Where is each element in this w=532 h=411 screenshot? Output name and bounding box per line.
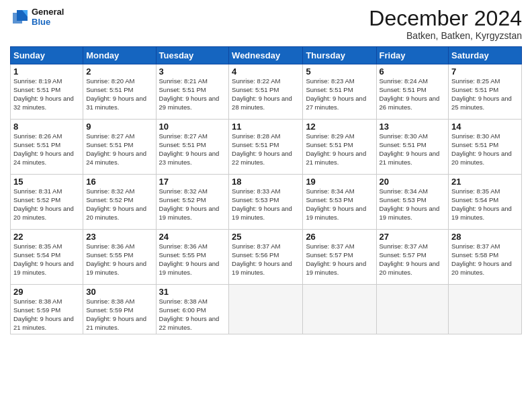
svg-marker-1 <box>13 13 22 24</box>
day-number: 25 <box>232 232 300 242</box>
table-row: 17Sunrise: 8:32 AMSunset: 5:52 PMDayligh… <box>156 175 229 230</box>
location: Batken, Batken, Kyrgyzstan <box>369 30 522 41</box>
table-row: 22Sunrise: 8:35 AMSunset: 5:54 PMDayligh… <box>11 230 83 285</box>
calendar-header-row: Sunday Monday Tuesday Wednesday Thursday… <box>11 47 522 64</box>
day-info: Sunrise: 8:33 AMSunset: 5:53 PMDaylight:… <box>232 187 300 222</box>
day-number: 28 <box>451 232 519 242</box>
day-number: 15 <box>13 177 80 187</box>
day-number: 1 <box>13 66 80 77</box>
day-info: Sunrise: 8:32 AMSunset: 5:52 PMDaylight:… <box>159 187 226 222</box>
col-monday: Monday <box>83 47 156 64</box>
calendar-week-row: 29Sunrise: 8:38 AMSunset: 5:59 PMDayligh… <box>11 285 522 334</box>
calendar-week-row: 8Sunrise: 8:26 AMSunset: 5:51 PMDaylight… <box>11 120 522 175</box>
day-number: 4 <box>232 66 300 77</box>
day-info: Sunrise: 8:36 AMSunset: 5:55 PMDaylight:… <box>86 242 152 277</box>
day-number: 21 <box>451 177 519 187</box>
day-info: Sunrise: 8:28 AMSunset: 5:51 PMDaylight:… <box>232 132 300 167</box>
day-number: 5 <box>306 66 373 77</box>
col-sunday: Sunday <box>11 47 83 64</box>
day-number: 9 <box>86 122 152 132</box>
table-row: 5Sunrise: 8:23 AMSunset: 5:51 PMDaylight… <box>303 64 376 120</box>
table-row <box>303 285 376 334</box>
day-number: 11 <box>232 122 300 132</box>
day-info: Sunrise: 8:19 AMSunset: 5:51 PMDaylight:… <box>13 77 80 111</box>
day-number: 31 <box>159 287 226 297</box>
table-row: 29Sunrise: 8:38 AMSunset: 5:59 PMDayligh… <box>11 285 83 334</box>
day-number: 17 <box>159 177 226 187</box>
day-info: Sunrise: 8:32 AMSunset: 5:52 PMDaylight:… <box>86 187 152 222</box>
table-row: 8Sunrise: 8:26 AMSunset: 5:51 PMDaylight… <box>11 120 83 175</box>
day-number: 18 <box>232 177 300 187</box>
table-row: 6Sunrise: 8:24 AMSunset: 5:51 PMDaylight… <box>376 64 449 120</box>
day-info: Sunrise: 8:23 AMSunset: 5:51 PMDaylight:… <box>306 77 373 111</box>
table-row: 31Sunrise: 8:38 AMSunset: 6:00 PMDayligh… <box>156 285 229 334</box>
day-number: 14 <box>451 122 519 132</box>
col-friday: Friday <box>376 47 449 64</box>
table-row: 14Sunrise: 8:30 AMSunset: 5:51 PMDayligh… <box>449 120 522 175</box>
table-row: 30Sunrise: 8:38 AMSunset: 5:59 PMDayligh… <box>83 285 156 334</box>
table-row <box>449 285 522 334</box>
table-row: 25Sunrise: 8:37 AMSunset: 5:56 PMDayligh… <box>229 230 303 285</box>
day-number: 7 <box>451 66 519 77</box>
day-number: 20 <box>380 177 446 187</box>
day-info: Sunrise: 8:22 AMSunset: 5:51 PMDaylight:… <box>232 77 300 111</box>
day-info: Sunrise: 8:20 AMSunset: 5:51 PMDaylight:… <box>86 77 152 111</box>
day-info: Sunrise: 8:26 AMSunset: 5:51 PMDaylight:… <box>13 132 80 167</box>
day-info: Sunrise: 8:29 AMSunset: 5:51 PMDaylight:… <box>306 132 373 167</box>
day-info: Sunrise: 8:37 AMSunset: 5:57 PMDaylight:… <box>380 242 446 277</box>
calendar-week-row: 15Sunrise: 8:31 AMSunset: 5:52 PMDayligh… <box>11 175 522 230</box>
table-row: 3Sunrise: 8:21 AMSunset: 5:51 PMDaylight… <box>156 64 229 120</box>
table-row: 1Sunrise: 8:19 AMSunset: 5:51 PMDaylight… <box>11 64 83 120</box>
day-info: Sunrise: 8:37 AMSunset: 5:58 PMDaylight:… <box>451 242 519 277</box>
day-info: Sunrise: 8:37 AMSunset: 5:56 PMDaylight:… <box>232 242 300 277</box>
day-info: Sunrise: 8:24 AMSunset: 5:51 PMDaylight:… <box>380 77 446 111</box>
day-info: Sunrise: 8:30 AMSunset: 5:51 PMDaylight:… <box>380 132 446 167</box>
table-row <box>229 285 303 334</box>
day-number: 2 <box>86 66 152 77</box>
day-number: 12 <box>306 122 373 132</box>
table-row: 18Sunrise: 8:33 AMSunset: 5:53 PMDayligh… <box>229 175 303 230</box>
col-thursday: Thursday <box>303 47 376 64</box>
day-info: Sunrise: 8:38 AMSunset: 6:00 PMDaylight:… <box>159 298 226 332</box>
calendar-week-row: 1Sunrise: 8:19 AMSunset: 5:51 PMDaylight… <box>11 64 522 120</box>
day-info: Sunrise: 8:21 AMSunset: 5:51 PMDaylight:… <box>159 77 226 111</box>
logo: General Blue <box>10 7 64 27</box>
header: General Blue December 2024 Batken, Batke… <box>10 7 522 41</box>
calendar-week-row: 22Sunrise: 8:35 AMSunset: 5:54 PMDayligh… <box>11 230 522 285</box>
table-row: 28Sunrise: 8:37 AMSunset: 5:58 PMDayligh… <box>449 230 522 285</box>
day-info: Sunrise: 8:36 AMSunset: 5:55 PMDaylight:… <box>159 242 226 277</box>
table-row: 13Sunrise: 8:30 AMSunset: 5:51 PMDayligh… <box>376 120 449 175</box>
table-row: 11Sunrise: 8:28 AMSunset: 5:51 PMDayligh… <box>229 120 303 175</box>
logo-line2: Blue <box>32 17 64 27</box>
table-row: 12Sunrise: 8:29 AMSunset: 5:51 PMDayligh… <box>303 120 376 175</box>
day-info: Sunrise: 8:35 AMSunset: 5:54 PMDaylight:… <box>13 242 80 277</box>
col-saturday: Saturday <box>449 47 522 64</box>
day-info: Sunrise: 8:30 AMSunset: 5:51 PMDaylight:… <box>451 132 519 167</box>
table-row: 26Sunrise: 8:37 AMSunset: 5:57 PMDayligh… <box>303 230 376 285</box>
table-row: 20Sunrise: 8:34 AMSunset: 5:53 PMDayligh… <box>376 175 449 230</box>
table-row: 4Sunrise: 8:22 AMSunset: 5:51 PMDaylight… <box>229 64 303 120</box>
table-row: 7Sunrise: 8:25 AMSunset: 5:51 PMDaylight… <box>449 64 522 120</box>
table-row: 27Sunrise: 8:37 AMSunset: 5:57 PMDayligh… <box>376 230 449 285</box>
day-number: 6 <box>380 66 446 77</box>
day-number: 8 <box>13 122 80 132</box>
day-number: 26 <box>306 232 373 242</box>
col-tuesday: Tuesday <box>156 47 229 64</box>
table-row: 16Sunrise: 8:32 AMSunset: 5:52 PMDayligh… <box>83 175 156 230</box>
day-number: 29 <box>13 287 80 297</box>
day-info: Sunrise: 8:25 AMSunset: 5:51 PMDaylight:… <box>451 77 519 111</box>
table-row: 10Sunrise: 8:27 AMSunset: 5:51 PMDayligh… <box>156 120 229 175</box>
page: General Blue December 2024 Batken, Batke… <box>0 0 532 411</box>
day-number: 19 <box>306 177 373 187</box>
day-number: 30 <box>86 287 152 297</box>
day-info: Sunrise: 8:38 AMSunset: 5:59 PMDaylight:… <box>13 298 80 332</box>
day-info: Sunrise: 8:31 AMSunset: 5:52 PMDaylight:… <box>13 187 80 222</box>
title-section: December 2024 Batken, Batken, Kyrgyzstan <box>369 7 522 41</box>
day-info: Sunrise: 8:37 AMSunset: 5:57 PMDaylight:… <box>306 242 373 277</box>
day-info: Sunrise: 8:27 AMSunset: 5:51 PMDaylight:… <box>86 132 152 167</box>
day-number: 10 <box>159 122 226 132</box>
table-row: 2Sunrise: 8:20 AMSunset: 5:51 PMDaylight… <box>83 64 156 120</box>
day-number: 24 <box>159 232 226 242</box>
month-title: December 2024 <box>369 7 522 30</box>
table-row: 23Sunrise: 8:36 AMSunset: 5:55 PMDayligh… <box>83 230 156 285</box>
